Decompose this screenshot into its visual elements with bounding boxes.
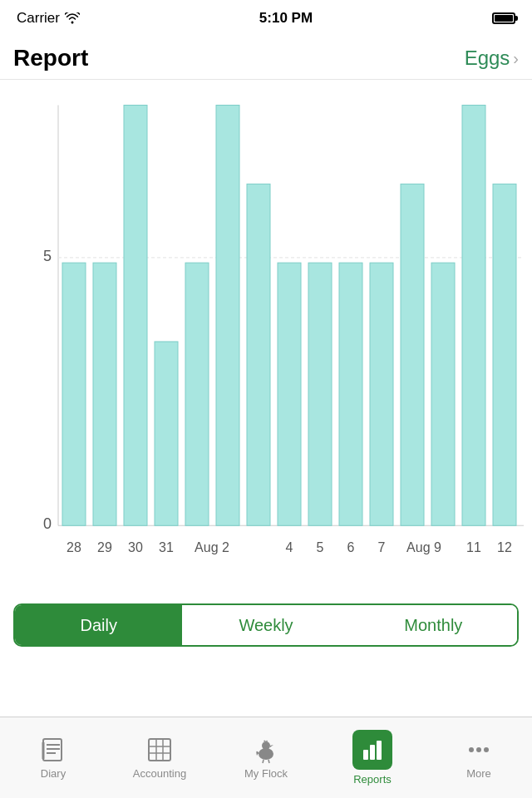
svg-rect-34	[377, 741, 382, 760]
svg-text:7: 7	[378, 539, 386, 554]
tab-accounting[interactable]: Accounting	[106, 717, 213, 798]
more-icon	[465, 736, 493, 764]
segment-monthly[interactable]: Monthly	[350, 605, 517, 645]
svg-point-37	[484, 747, 489, 752]
svg-text:11: 11	[466, 539, 481, 554]
svg-text:4: 4	[286, 539, 293, 554]
status-bar: Carrier 5:10 PM	[0, 0, 532, 37]
svg-text:28: 28	[66, 539, 81, 554]
bar-11	[370, 263, 393, 525]
tab-myflock-label: My Flock	[244, 767, 288, 780]
bar-5	[185, 263, 209, 525]
bar-1	[62, 263, 86, 525]
page-title: Report	[13, 45, 88, 71]
tab-diary-label: Diary	[41, 767, 66, 780]
tab-more-label: More	[466, 767, 491, 780]
status-time: 5:10 PM	[259, 10, 313, 27]
bar-15	[493, 184, 516, 525]
filter-button[interactable]: Eggs ›	[465, 47, 519, 70]
svg-line-30	[263, 760, 264, 763]
diary-icon	[39, 736, 67, 764]
svg-text:30: 30	[128, 539, 143, 554]
tab-bar: Diary Accounting	[0, 717, 532, 798]
svg-text:6: 6	[347, 539, 355, 554]
wifi-icon	[65, 12, 80, 24]
svg-point-28	[262, 741, 270, 750]
segment-weekly[interactable]: Weekly	[182, 605, 349, 645]
bar-13	[431, 263, 455, 525]
svg-text:Aug 2: Aug 2	[195, 539, 229, 554]
chevron-right-icon: ›	[513, 49, 519, 68]
bar-14	[462, 106, 485, 526]
bar-6	[216, 106, 239, 526]
tab-myflock[interactable]: My Flock	[213, 717, 319, 798]
bar-chart: 0 5	[33, 96, 524, 587]
battery-indicator	[492, 12, 515, 24]
svg-point-35	[469, 747, 474, 752]
chart-area: 0 5	[0, 80, 532, 595]
svg-point-27	[259, 748, 273, 760]
carrier-text: Carrier	[17, 10, 80, 27]
tab-reports[interactable]: Reports	[319, 717, 426, 798]
svg-text:12: 12	[497, 539, 512, 554]
svg-rect-33	[370, 745, 375, 760]
svg-text:0: 0	[43, 515, 52, 533]
tab-accounting-label: Accounting	[133, 767, 186, 780]
svg-rect-32	[363, 750, 368, 760]
tab-diary[interactable]: Diary	[0, 717, 106, 798]
svg-line-31	[268, 760, 269, 763]
svg-text:Aug 9: Aug 9	[406, 539, 441, 554]
reports-icon	[352, 730, 392, 770]
bar-3	[124, 106, 147, 526]
tab-reports-label: Reports	[353, 773, 392, 786]
myflock-icon	[252, 736, 280, 764]
accounting-icon	[145, 736, 174, 764]
bar-12	[401, 184, 424, 525]
bar-4	[155, 342, 178, 525]
page-header: Report Eggs ›	[0, 37, 532, 80]
tab-more[interactable]: More	[426, 717, 532, 798]
bar-8	[278, 263, 301, 525]
svg-text:29: 29	[97, 539, 112, 554]
svg-text:5: 5	[317, 539, 324, 554]
svg-marker-29	[270, 745, 273, 747]
bar-2	[93, 263, 116, 525]
segment-control: Daily Weekly Monthly	[13, 603, 519, 647]
bar-7	[247, 184, 270, 525]
bar-9	[308, 263, 332, 525]
svg-text:31: 31	[159, 539, 174, 554]
segment-daily[interactable]: Daily	[15, 605, 182, 645]
svg-point-36	[476, 747, 481, 752]
svg-text:5: 5	[43, 247, 52, 265]
svg-rect-22	[149, 739, 170, 761]
filter-label: Eggs	[465, 47, 510, 70]
bar-10	[339, 263, 362, 525]
